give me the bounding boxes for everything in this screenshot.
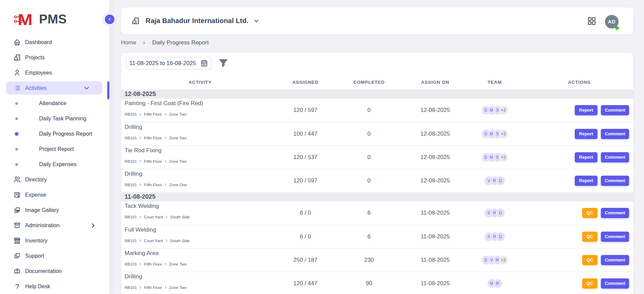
svg-text:M: M bbox=[18, 11, 33, 28]
